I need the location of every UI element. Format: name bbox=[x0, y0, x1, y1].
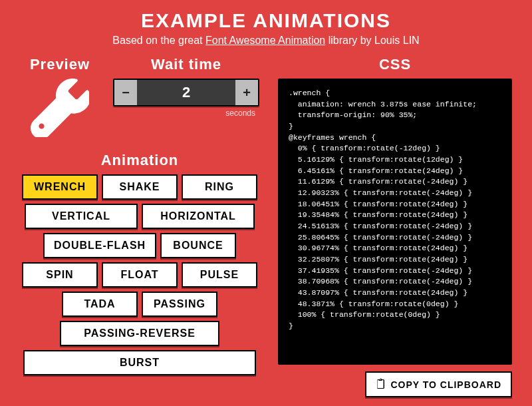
preview-heading: Preview bbox=[20, 56, 100, 73]
css-output: .wrench { animation: wrench 3.875s ease … bbox=[278, 79, 512, 365]
animation-grid: WRENCHSHAKERINGVERTICALHORIZONTALDOUBLE-… bbox=[20, 174, 259, 375]
subtitle-post: library by Louis LIN bbox=[325, 35, 419, 46]
animation-button-tada[interactable]: TADA bbox=[62, 292, 138, 317]
wait-value: 2 bbox=[137, 80, 235, 105]
page-subtitle: Based on the great Font Awesome Animatio… bbox=[20, 35, 512, 47]
wait-heading: Wait time bbox=[113, 56, 259, 73]
animation-button-bounce[interactable]: BOUNCE bbox=[160, 233, 236, 258]
animation-button-horizontal[interactable]: HORIZONTAL bbox=[142, 204, 255, 229]
animation-button-wrench[interactable]: WRENCH bbox=[22, 174, 98, 200]
copy-label: COPY TO CLIPBOARD bbox=[390, 379, 501, 390]
wait-decrement-button[interactable]: − bbox=[114, 80, 137, 105]
subtitle-pre: Based on the great bbox=[112, 35, 205, 46]
css-heading: CSS bbox=[278, 56, 512, 73]
animation-button-vertical[interactable]: VERTICAL bbox=[25, 204, 138, 229]
wait-stepper: − 2 + bbox=[113, 79, 259, 106]
animation-button-shake[interactable]: SHAKE bbox=[102, 174, 178, 200]
animation-button-spin[interactable]: SPIN bbox=[22, 262, 98, 288]
animation-button-burst[interactable]: BURST bbox=[23, 350, 256, 375]
subtitle-link[interactable]: Font Awesome Animation bbox=[205, 35, 325, 46]
wrench-icon bbox=[20, 79, 100, 140]
animation-button-double-flash[interactable]: DOUBLE-FLASH bbox=[43, 233, 156, 258]
animation-button-passing[interactable]: PASSING bbox=[142, 292, 217, 317]
animation-heading: Animation bbox=[20, 152, 259, 169]
animation-button-pulse[interactable]: PULSE bbox=[182, 262, 257, 288]
animation-button-passing-reverse[interactable]: PASSING-REVERSE bbox=[60, 321, 219, 346]
copy-to-clipboard-button[interactable]: COPY TO CLIPBOARD bbox=[365, 371, 512, 397]
wait-increment-button[interactable]: + bbox=[235, 80, 258, 105]
page-title: EXAMPLE ANIMATIONS bbox=[20, 9, 512, 32]
animation-button-ring[interactable]: RING bbox=[182, 174, 257, 200]
clipboard-icon bbox=[376, 378, 385, 391]
wait-unit-label: seconds bbox=[113, 108, 259, 118]
animation-button-float[interactable]: FLOAT bbox=[102, 262, 178, 288]
